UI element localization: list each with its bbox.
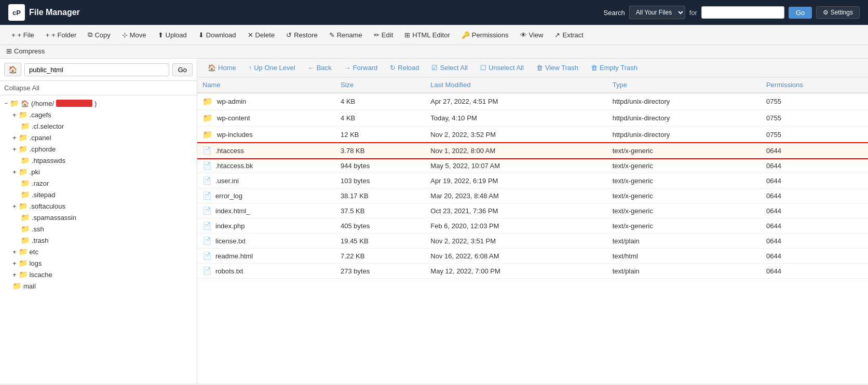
cell-modified: Nov 2, 2022, 3:51 PM bbox=[425, 233, 607, 249]
edit-icon: ✏ bbox=[374, 31, 379, 39]
cell-name: 📄 error_log bbox=[197, 188, 335, 203]
table-row[interactable]: 📁 wp-admin 4 KB Apr 27, 2022, 4:51 PM ht… bbox=[197, 93, 868, 110]
tree-item-cphorde[interactable]: + 📁 .cphorde bbox=[0, 143, 197, 155]
file-icon: 📄 bbox=[202, 146, 211, 155]
compress-row: ⊞ Compress bbox=[0, 45, 868, 59]
move-button[interactable]: ⊹ Move bbox=[117, 29, 152, 42]
empty-trash-icon: 🗑 bbox=[591, 64, 598, 72]
table-row[interactable]: 📄 .user.ini 103 bytes Apr 19, 2022, 6:19… bbox=[197, 173, 868, 188]
search-input[interactable] bbox=[701, 6, 784, 19]
table-row[interactable]: 📄 readme.html 7.22 KB Nov 16, 2022, 6:08… bbox=[197, 249, 868, 264]
html-editor-button[interactable]: ⊞ HTML Editor bbox=[399, 29, 455, 42]
file-name: .htaccess.bk bbox=[215, 162, 253, 170]
cell-permissions: 0644 bbox=[761, 218, 868, 233]
plus-icon: + bbox=[12, 168, 17, 176]
delete-button[interactable]: ✕ Delete bbox=[242, 29, 280, 42]
cell-type: text/x-generic bbox=[607, 188, 761, 203]
tree-item-etc[interactable]: + 📁 etc bbox=[0, 246, 197, 257]
new-file-button[interactable]: + + File bbox=[6, 29, 39, 42]
empty-trash-button[interactable]: 🗑 Empty Trash bbox=[586, 61, 643, 74]
copy-button[interactable]: ⧉ Copy bbox=[83, 28, 115, 42]
select-all-button[interactable]: ☑ Select All bbox=[426, 61, 472, 74]
tree-item-cpanel[interactable]: + 📁 .cpanel bbox=[0, 132, 197, 143]
tree-item-spamassassin[interactable]: 📁 .spamassassin bbox=[0, 212, 197, 223]
permissions-button[interactable]: 🔑 Permissions bbox=[456, 29, 514, 42]
tree-item-razor[interactable]: 📁 .razor bbox=[0, 177, 197, 189]
restore-button[interactable]: ↺ Restore bbox=[281, 29, 323, 42]
sidebar: 🏠 Go Collapse All − 📁 🏠 (/home/ ) + 📁 .c… bbox=[0, 59, 197, 383]
tree-item-trash[interactable]: 📁 .trash bbox=[0, 235, 197, 246]
collapse-all-button[interactable]: Collapse All bbox=[0, 81, 197, 95]
table-row[interactable]: 📁 wp-content 4 KB Today, 4:10 PM httpd/u… bbox=[197, 110, 868, 127]
new-folder-button[interactable]: + + Folder bbox=[40, 29, 82, 42]
cell-size: 12 KB bbox=[335, 127, 425, 143]
tree-minus-icon: − bbox=[4, 100, 8, 107]
tree-item-cl-selector[interactable]: 📁 .cl.selector bbox=[0, 120, 197, 132]
tree-item-htpasswds[interactable]: 📁 .htpasswds bbox=[0, 155, 197, 166]
search-go-button[interactable]: Go bbox=[789, 7, 812, 19]
col-name[interactable]: Name bbox=[197, 77, 335, 93]
path-input[interactable] bbox=[24, 63, 169, 76]
cell-size: 3.78 KB bbox=[335, 143, 425, 158]
table-row[interactable]: 📄 error_log 38.17 KB Mar 20, 2023, 8:48 … bbox=[197, 188, 868, 203]
tree-item-sitepad[interactable]: 📁 .sitepad bbox=[0, 189, 197, 200]
table-row[interactable]: 📄 .htaccess 3.78 KB Nov 1, 2022, 8:00 AM… bbox=[197, 143, 868, 158]
up-one-level-button[interactable]: ↑ Up One Level bbox=[243, 61, 301, 74]
tree-item-root[interactable]: − 📁 🏠 (/home/ ) bbox=[0, 98, 197, 109]
upload-button[interactable]: ⬆ Upload bbox=[153, 29, 192, 42]
folder-icon: 📁 bbox=[21, 122, 30, 130]
tree-item-mail[interactable]: 📁 mail bbox=[0, 280, 197, 292]
reload-button[interactable]: ↻ Reload bbox=[385, 61, 424, 74]
table-row[interactable]: 📄 robots.txt 273 bytes May 12, 2022, 7:0… bbox=[197, 264, 868, 279]
cell-type: text/x-generic bbox=[607, 158, 761, 173]
folder-icon: 📁 bbox=[21, 156, 30, 164]
cell-size: 273 bytes bbox=[335, 264, 425, 279]
settings-button[interactable]: ⚙ Settings bbox=[816, 6, 860, 19]
unselect-all-button[interactable]: ☐ Unselect All bbox=[475, 61, 529, 74]
cell-name: 📁 wp-includes bbox=[197, 127, 335, 143]
home-nav-button[interactable]: 🏠 Home bbox=[202, 61, 241, 74]
tree-item-logs[interactable]: + 📁 logs bbox=[0, 257, 197, 269]
rename-icon: ✎ bbox=[329, 31, 335, 39]
sidebar-home-button[interactable]: 🏠 bbox=[4, 63, 21, 76]
cell-name: 📄 license.txt bbox=[197, 233, 335, 249]
table-row[interactable]: 📄 index.php 405 bytes Feb 6, 2020, 12:03… bbox=[197, 218, 868, 233]
search-area: Search All Your Files for Go ⚙ Settings bbox=[604, 6, 860, 19]
col-size[interactable]: Size bbox=[335, 77, 425, 93]
cell-size: 4 KB bbox=[335, 110, 425, 127]
tree-item-ssh[interactable]: 📁 .ssh bbox=[0, 223, 197, 235]
col-modified[interactable]: Last Modified bbox=[425, 77, 607, 93]
view-trash-button[interactable]: 🗑 View Trash bbox=[531, 61, 584, 74]
edit-button[interactable]: ✏ Edit bbox=[369, 29, 398, 42]
cell-permissions: 0644 bbox=[761, 188, 868, 203]
search-scope-select[interactable]: All Your Files bbox=[629, 6, 685, 19]
back-button[interactable]: ← Back bbox=[303, 61, 337, 74]
cell-modified: Apr 19, 2022, 6:19 PM bbox=[425, 173, 607, 188]
cell-type: text/plain bbox=[607, 233, 761, 249]
cell-modified: May 5, 2022, 10:07 AM bbox=[425, 158, 607, 173]
rename-button[interactable]: ✎ Rename bbox=[324, 29, 368, 42]
table-row[interactable]: 📄 license.txt 19.45 KB Nov 2, 2022, 3:51… bbox=[197, 233, 868, 249]
col-type[interactable]: Type bbox=[607, 77, 761, 93]
extract-button[interactable]: ↗ Extract bbox=[549, 29, 588, 42]
search-label: Search bbox=[604, 9, 625, 17]
path-go-button[interactable]: Go bbox=[172, 63, 193, 76]
cell-size: 37.5 KB bbox=[335, 203, 425, 218]
tree-item-cagefs[interactable]: + 📁 .cagefs bbox=[0, 109, 197, 120]
table-row[interactable]: 📁 wp-includes 12 KB Nov 2, 2022, 3:52 PM… bbox=[197, 127, 868, 143]
col-permissions[interactable]: Permissions bbox=[761, 77, 868, 93]
tree-item-softaculous[interactable]: + 📁 .softaculous bbox=[0, 200, 197, 212]
forward-button[interactable]: → Forward bbox=[339, 61, 383, 74]
cell-name: 📄 index.php bbox=[197, 218, 335, 233]
download-button[interactable]: ⬇ Download bbox=[193, 29, 241, 42]
table-row[interactable]: 📄 index.html_ 37.5 KB Oct 23, 2021, 7:36… bbox=[197, 203, 868, 218]
view-icon: 👁 bbox=[520, 31, 527, 39]
cell-type: text/x-generic bbox=[607, 203, 761, 218]
view-button[interactable]: 👁 View bbox=[515, 29, 549, 42]
table-row[interactable]: 📄 .htaccess.bk 944 bytes May 5, 2022, 10… bbox=[197, 158, 868, 173]
compress-button[interactable]: ⊞ Compress bbox=[6, 47, 45, 55]
cell-modified: Nov 16, 2022, 6:08 AM bbox=[425, 249, 607, 264]
cell-type: text/html bbox=[607, 249, 761, 264]
tree-item-pki[interactable]: + 📁 .pki bbox=[0, 166, 197, 177]
tree-item-lscache[interactable]: + 📁 lscache bbox=[0, 269, 197, 280]
